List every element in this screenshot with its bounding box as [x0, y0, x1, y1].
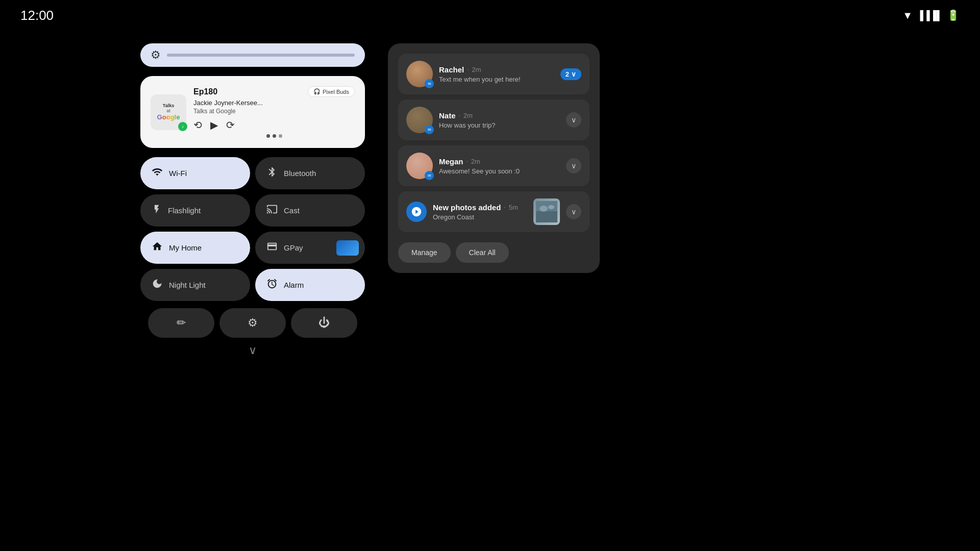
media-show: Talks at Google — [193, 108, 355, 115]
notifications-panel: ✉ Rachel · 2m Text me when you get here!… — [388, 43, 600, 273]
alarm-tile[interactable]: Alarm — [255, 269, 365, 301]
dot-1 — [266, 134, 270, 138]
nightlight-label: Night Light — [169, 281, 206, 289]
notif-name-rachel: Rachel — [439, 65, 464, 74]
album-art-wrap: Talks at Google ♪ — [151, 94, 186, 130]
notif-header-nate: Nate · 2m — [439, 111, 560, 120]
notif-header-rachel: Rachel · 2m — [439, 65, 554, 74]
nightlight-tile[interactable]: Night Light — [140, 269, 250, 301]
gpay-icon — [266, 241, 278, 255]
brightness-row[interactable]: ⚙ — [140, 43, 365, 67]
flashlight-tile[interactable]: Flashlight — [140, 194, 250, 227]
expand-photos-button[interactable]: ∨ — [566, 204, 581, 219]
notif-content-rachel: Rachel · 2m Text me when you get here! — [439, 65, 554, 83]
flashlight-label: Flashlight — [168, 206, 201, 215]
media-card: Talks at Google ♪ Ep180 🎧 Pixel Buds Jac… — [140, 76, 365, 148]
notif-time-megan: 2m — [471, 158, 480, 165]
pixel-buds-badge: 🎧 Pixel Buds — [308, 86, 355, 97]
notif-name-megan: Megan — [439, 157, 463, 166]
notif-header-photos: New photos added · 5m — [433, 203, 527, 212]
expand-megan-button[interactable]: ∨ — [566, 158, 581, 173]
gpay-tile[interactable]: GPay — [255, 232, 365, 264]
notif-msg-rachel: Text me when you get here! — [439, 76, 554, 83]
play-button[interactable]: ▶ — [210, 119, 218, 131]
alarm-label: Alarm — [284, 281, 304, 289]
episode-label: Ep180 — [193, 87, 217, 96]
bluetooth-icon — [266, 166, 278, 180]
message-icon-megan: ✉ — [425, 171, 434, 180]
notification-actions: Manage Clear All — [398, 242, 590, 263]
pixel-buds-label: Pixel Buds — [323, 89, 349, 95]
alarm-icon — [266, 278, 278, 292]
expand-nate-button[interactable]: ∨ — [566, 112, 581, 128]
notif-msg-nate: How was your trip? — [439, 121, 560, 129]
cast-label: Cast — [284, 206, 300, 215]
settings-icon: ⚙ — [248, 316, 258, 330]
settings-button[interactable]: ⚙ — [219, 308, 286, 338]
power-button[interactable]: ⏻ — [291, 308, 357, 338]
cast-tile[interactable]: Cast — [255, 194, 365, 227]
svg-rect-1 — [536, 211, 557, 222]
svg-point-3 — [548, 205, 554, 209]
notif-name-nate: Nate — [439, 111, 456, 120]
edit-button[interactable]: ✏ — [148, 308, 214, 338]
status-bar: 12:00 ▼ ▐▐▐▌ 🔋 — [0, 0, 980, 31]
quick-settings-panel: ⚙ Talks at Google ♪ Ep180 🎧 Pixel Buds J… — [140, 43, 365, 357]
forward-button[interactable]: ⟳ — [226, 119, 235, 131]
message-icon-rachel: ✉ — [425, 79, 434, 88]
gpay-card-preview — [336, 240, 359, 256]
avatar-rachel: ✉ — [406, 61, 433, 87]
notification-photos: New photos added · 5m Oregon Coast ∨ — [398, 191, 590, 232]
dot-2 — [273, 134, 276, 138]
photos-app-icon — [406, 202, 427, 222]
myhome-label: My Home — [169, 243, 202, 252]
photos-title: New photos added — [433, 203, 501, 212]
chevron-badge-icon: ∨ — [571, 70, 576, 78]
notif-msg-megan: Awesome! See you soon :0 — [439, 167, 560, 175]
photos-subtitle: Oregon Coast — [433, 213, 527, 221]
flashlight-icon — [152, 204, 162, 217]
avatar-nate: ✉ — [406, 107, 433, 133]
wifi-icon — [152, 166, 163, 180]
bluetooth-label: Bluetooth — [284, 169, 316, 178]
wifi-status-icon: ▼ — [902, 10, 913, 21]
myhome-tile[interactable]: My Home — [140, 232, 250, 264]
spotify-icon: ♪ — [178, 122, 187, 131]
clear-all-button[interactable]: Clear All — [456, 242, 509, 263]
manage-button[interactable]: Manage — [398, 242, 451, 263]
edit-icon: ✏ — [177, 316, 186, 330]
svg-point-2 — [540, 206, 548, 212]
brightness-icon: ⚙ — [151, 48, 161, 62]
power-icon: ⏻ — [318, 316, 330, 330]
media-info: Ep180 🎧 Pixel Buds Jackie Joyner-Kersee.… — [193, 86, 355, 138]
wifi-label: Wi-Fi — [169, 169, 187, 178]
photos-time: 5m — [509, 204, 518, 211]
signal-icon: ▐▐▐▌ — [917, 10, 943, 21]
wifi-tile[interactable]: Wi-Fi — [140, 157, 250, 189]
brightness-track[interactable] — [167, 54, 355, 57]
notif-time-nate: 2m — [463, 112, 473, 119]
home-icon — [152, 241, 163, 255]
chevron-down-icon[interactable]: ∨ — [140, 344, 365, 357]
photo-thumbnail — [533, 198, 560, 225]
media-top-row: Ep180 🎧 Pixel Buds — [193, 86, 355, 97]
rewind-button[interactable]: ⟲ — [193, 119, 202, 131]
clock: 12:00 — [20, 8, 54, 23]
notif-badge-rachel[interactable]: 2 ∨ — [560, 68, 581, 80]
notification-rachel: ✉ Rachel · 2m Text me when you get here!… — [398, 54, 590, 94]
cast-icon — [266, 204, 278, 217]
quick-tiles-grid: Wi-Fi Bluetooth Flashlight Cast — [140, 157, 365, 301]
notif-time-rachel: 2m — [472, 66, 481, 73]
battery-icon: 🔋 — [947, 9, 960, 21]
media-controls: ⟲ ▶ ⟳ — [193, 119, 355, 131]
gpay-label: GPay — [284, 243, 303, 252]
notif-header-megan: Megan · 2m — [439, 157, 560, 166]
notification-nate: ✉ Nate · 2m How was your trip? ∨ — [398, 99, 590, 140]
notif-content-megan: Megan · 2m Awesome! See you soon :0 — [439, 157, 560, 175]
bottom-toolbar: ✏ ⚙ ⏻ — [140, 308, 365, 338]
bluetooth-tile[interactable]: Bluetooth — [255, 157, 365, 189]
status-icons: ▼ ▐▐▐▌ 🔋 — [902, 9, 960, 21]
avatar-megan: ✉ — [406, 153, 433, 179]
notification-megan: ✉ Megan · 2m Awesome! See you soon :0 ∨ — [398, 145, 590, 186]
notif-content-nate: Nate · 2m How was your trip? — [439, 111, 560, 129]
